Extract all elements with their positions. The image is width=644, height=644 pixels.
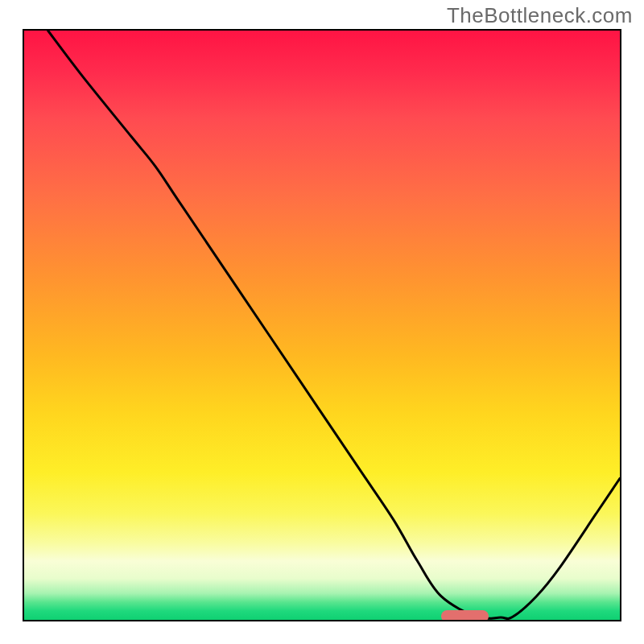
plot-area (23, 29, 621, 621)
curve-layer (24, 31, 620, 620)
watermark-text: TheBottleneck.com (447, 3, 633, 28)
optimal-marker (441, 610, 489, 621)
chart-stage: TheBottleneck.com (0, 0, 644, 644)
bottleneck-curve (48, 31, 620, 618)
